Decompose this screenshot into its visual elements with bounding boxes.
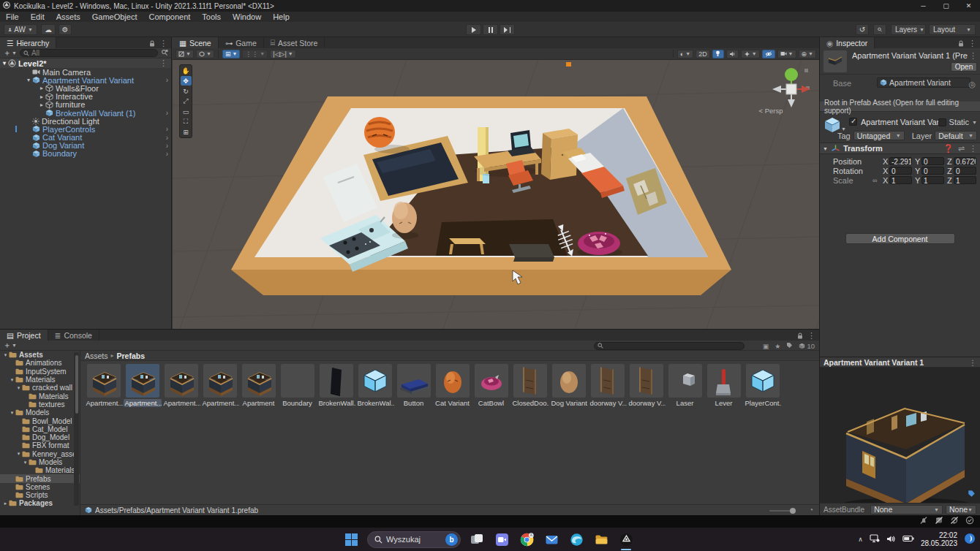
folder-kenney-asset[interactable]: ▾Kenney_asset [0,450,80,458]
create-asset-button[interactable]: ＋▼ [3,340,17,351]
view-tool[interactable]: ✋ [181,66,192,75]
prefab-chevron-icon[interactable]: › [166,109,168,117]
align-dropdown[interactable]: |◁▷|▼ [270,50,295,58]
foldout-arrow[interactable]: ▾ [2,352,9,358]
menu-edit[interactable]: Edit [25,12,50,22]
folder-scripts[interactable]: Scripts [0,491,80,499]
help-icon[interactable]: ❓ [943,144,954,153]
scale-x-field[interactable]: 1 [889,176,912,184]
close-button[interactable]: ✕ [957,0,980,12]
menu-component[interactable]: Component [143,12,196,22]
shading-mode-dropdown[interactable]: ◐▼ [677,50,693,58]
tag-dropdown[interactable]: Untagged▼ [853,131,905,140]
menu-help[interactable]: Help [267,12,295,22]
breadcrumb-assets[interactable]: Assets [85,352,108,360]
project-search-input[interactable] [594,342,745,350]
asset-apartment-[interactable]: Apartment... [84,364,123,407]
audio-toggle[interactable] [726,50,739,58]
asset-laser[interactable]: Laser [666,364,704,407]
settings-button[interactable]: ⚙ [59,24,72,35]
prefab-chevron-icon[interactable]: › [166,142,168,150]
add-component-button[interactable]: Add Component [845,233,955,244]
scale-z-field[interactable]: 1 [954,176,976,184]
tool-handle-dropdown[interactable]: ▼ [176,50,194,58]
step-button[interactable] [500,24,515,35]
layout-dropdown[interactable]: Layout▼ [929,24,976,35]
folder-dog-model[interactable]: Dog_Model [0,433,80,441]
asset-brokenwall-[interactable]: BrokenWall.. [317,364,355,407]
scene-viewport[interactable]: ✋ ✥ ↻ ⤢ ▭ ⛶ ⊞ < Persp [173,60,819,329]
kebab-menu-icon[interactable]: ⋮ [969,51,977,61]
rotation-y-field[interactable]: 0 [921,167,944,175]
label-icon[interactable] [786,342,793,350]
cloud-button[interactable]: ☁ [41,24,56,35]
hierarchy-item-furniture[interactable]: ▸furniture [0,101,171,109]
hierarchy-item-boundary[interactable]: Boundary› [0,150,171,158]
scale-y-field[interactable]: 1 [921,176,944,184]
rotate-tool[interactable]: ↻ [181,86,192,96]
folder-textures[interactable]: textures [0,400,80,408]
foldout-arrow[interactable]: ▾ [15,451,22,457]
perspective-label[interactable]: < Persp [742,107,800,115]
pivot-dropdown[interactable]: ▼ [196,50,214,58]
create-add-button[interactable]: ＋▼ [3,48,17,58]
grid-snap-toggle[interactable]: ⊞▼ [222,50,240,58]
assetbundle-variant-dropdown[interactable]: None▼ [946,505,976,514]
folder-cat-model[interactable]: Cat_Model [0,425,80,433]
folder-materials[interactable]: Materials [0,392,80,400]
foldout-arrow[interactable]: ▾ [9,377,15,383]
start-button[interactable] [342,531,360,548]
favorites-icon[interactable]: ★ [774,343,780,350]
edge-icon[interactable] [568,531,585,548]
foldout-arrow[interactable]: ▾ [22,460,29,466]
hierarchy-item-brokenwall-variant-1-[interactable]: BrokenWall Variant (1)› [0,109,171,117]
asset-dog-variant[interactable]: Dog Variant [549,364,588,407]
foldout-arrow[interactable]: ▸ [2,501,9,506]
scale-tool[interactable]: ⤢ [181,96,192,106]
hierarchy-item-interactive[interactable]: ▸Interactive [0,93,171,101]
taskbar-clock[interactable]: 22:02 28.05.2023 [921,531,957,547]
position-x-field[interactable]: -2.291 [889,157,912,165]
folder-materials[interactable]: Materials [0,466,80,474]
tab-inspector[interactable]: ◉ Inspector [820,37,875,48]
rotation-x-field[interactable]: 0 [889,167,912,175]
menu-tools[interactable]: Tools [196,12,227,22]
asset-apartment-[interactable]: Apartment... [200,364,239,407]
progress-ok-icon[interactable] [965,516,974,526]
asset-playercont-[interactable]: PlayerCont... [743,364,782,407]
battery-icon[interactable] [902,535,914,544]
autorefresh-disabled-icon[interactable] [950,516,959,526]
camera-dropdown[interactable]: ▼ [777,50,796,58]
transform-tool[interactable]: ⛶ [181,117,192,126]
scene-row-level2[interactable]: ▾ Level2* ⋮ [0,58,171,68]
assetbundle-tag-icon[interactable] [968,490,976,499]
minimize-button[interactable]: ─ [912,0,935,12]
hierarchy-search-input[interactable]: All [20,49,158,57]
position-z-field[interactable]: 0.6726 [954,157,976,165]
folder-inputsystem[interactable]: InputSystem [0,368,80,376]
gizmos-dropdown[interactable]: ⊕▼ [799,50,816,58]
account-button[interactable]: AW▼ [4,24,37,35]
prefab-chevron-icon[interactable]: › [166,125,168,133]
folder-assets[interactable]: ▾Assets [0,351,80,359]
folder-materials[interactable]: ▾Materials [0,376,80,384]
folder-prefabs[interactable]: Prefabs [0,474,80,482]
presets-icon[interactable]: ⇌ [958,144,965,153]
network-icon[interactable] [870,534,880,544]
asset-apartment-[interactable]: Apartment... [123,364,162,407]
foldout-arrow[interactable]: ▾ [15,385,22,391]
move-tool[interactable]: ✥ [181,76,192,86]
2d-toggle[interactable]: 2D [696,50,710,58]
volume-icon[interactable] [886,535,896,544]
folder-scrollbar[interactable] [74,352,79,506]
search-button[interactable] [873,24,886,35]
kebab-menu-icon[interactable]: ⋮ [159,39,167,48]
hidden-icons-chevron[interactable]: ∧ [858,536,863,543]
task-view-button[interactable] [468,531,486,548]
asset-doorway-v-[interactable]: doorway V... [627,364,666,407]
search-in-assets-icon[interactable]: ▣ [763,343,769,350]
notification-center-icon[interactable] [964,533,976,546]
breadcrumb-prefabs[interactable]: Prefabs [117,352,146,360]
asset-lever[interactable]: Lever [704,364,743,407]
search-by-type-icon[interactable] [161,49,168,58]
